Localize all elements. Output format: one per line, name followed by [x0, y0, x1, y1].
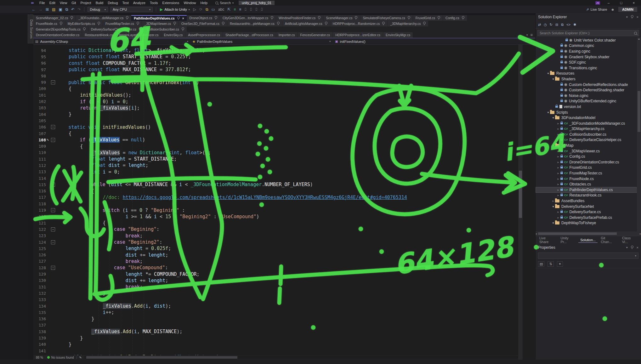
chevron-down-icon[interactable]: ▾ [530, 40, 532, 43]
account-badge[interactable]: JS [595, 1, 600, 5]
live-share-button[interactable]: ⇗ Live Share [586, 8, 607, 12]
document-tab[interactable]: FruxelNode.cs [33, 21, 65, 26]
alphabetical-icon[interactable]: ⇅ [547, 261, 553, 267]
code-line-104[interactable]: 104 } [33, 111, 518, 117]
menu-project[interactable]: Project [78, 1, 93, 5]
menu-tools[interactable]: Tools [148, 1, 160, 5]
pin-icon[interactable] [60, 22, 62, 24]
code-line-132[interactable]: 132 } [33, 290, 518, 296]
outdent-icon[interactable]: ≡ [239, 7, 241, 12]
editor-vertical-scrollbar[interactable] [518, 45, 523, 360]
code-line-133[interactable]: 133 [33, 297, 518, 303]
properties-icon[interactable]: ✱ [573, 23, 576, 27]
pin-icon[interactable] [423, 22, 426, 24]
feedback-person-icon[interactable]: ☻ [611, 8, 615, 11]
menu-analyze[interactable]: Analyze [131, 1, 148, 5]
panel-tab-liveshare[interactable]: Live Share [537, 236, 558, 244]
bookmark-1-icon[interactable]: ⌷ [244, 7, 247, 12]
document-tab[interactable]: ShaderPackage...stProcessor.cs [223, 32, 276, 38]
menu-build[interactable]: Build [94, 1, 105, 5]
split-view-icon[interactable]: ≡ [525, 40, 527, 43]
tree-item[interactable]: Custom-DeferredShading.shader [536, 87, 641, 93]
tree-item[interactable]: ▹C#FruxelMapTester.cs [536, 170, 641, 176]
document-tab[interactable]: PathfinderDepthValues.cs× [131, 15, 186, 21]
tree-item[interactable]: ▹C#DeliverySurface.cs [536, 209, 641, 215]
pin-icon[interactable] [462, 16, 464, 19]
pin-icon[interactable] [408, 16, 410, 19]
tree-item[interactable]: Unlit Vertex Color.shader [536, 37, 641, 43]
document-tab[interactable]: _3DFoundatio...delManager.cs [76, 15, 131, 21]
menu-test[interactable]: Test [120, 1, 131, 5]
spell-check-icon[interactable]: abc [218, 7, 224, 12]
close-icon[interactable]: × [637, 15, 638, 19]
document-tab[interactable]: OneSec3D_FileFormat.cs [179, 21, 227, 26]
breadcrumb-type[interactable]: ▾ ◈ PathfinderDepthValues [184, 40, 232, 43]
navigate-back-icon[interactable]: ← [32, 7, 36, 12]
pending-changes-filter-icon[interactable]: ◷ [544, 23, 547, 27]
code-line-108[interactable]: 108✎− if (_fixValues == null) [33, 137, 518, 143]
tree-item[interactable]: ▹C#RestaurantHook.cs [536, 193, 641, 198]
code-line-127[interactable]: 127 break; [33, 258, 518, 264]
tree-item[interactable]: ▹C#_3DMapHierarchy.cs [536, 126, 641, 132]
code-line-123[interactable]: 123 break; [33, 233, 518, 239]
panel-tab-solution[interactable]: Solution... [578, 237, 598, 243]
undo-icon[interactable]: ↶ [71, 7, 74, 12]
pin-icon[interactable] [318, 16, 320, 19]
menu-view[interactable]: View [58, 1, 70, 5]
document-tab[interactable]: EnviroSky.cs [161, 32, 185, 38]
code-line-122[interactable]: 122− case "Begining": [33, 226, 518, 232]
code-line-107[interactable]: 107 { [33, 130, 518, 137]
pin-icon[interactable] [98, 22, 100, 24]
code-line-114[interactable]: 114 [33, 175, 518, 181]
chevron-down-icon[interactable]: ▾ [626, 15, 628, 19]
tree-item[interactable]: ▾3DMap [536, 143, 641, 148]
code-line-125[interactable]: 125 lenght = 0.025f; [33, 245, 518, 252]
tree-item[interactable]: Custom-DeferredReflections.shade [536, 82, 641, 88]
pin-icon[interactable] [215, 16, 217, 19]
document-tab[interactable]: CollisionSubscriber.cs [144, 26, 187, 32]
document-tab[interactable]: FencesGenerator.cs [298, 32, 333, 38]
pin-icon[interactable] [71, 16, 73, 19]
find-in-files-icon[interactable]: ⧉ [206, 7, 208, 12]
document-tab[interactable]: Generator2ExportMapTools.cs [33, 26, 88, 32]
code-line-119[interactable]: 119− switch (i == 0 ? "Begining" : [33, 207, 518, 213]
document-tab[interactable]: SimulatedFisheyeCamera.cs [360, 15, 412, 21]
minimize-button[interactable]: – [604, 1, 613, 5]
document-tab[interactable]: HDRPPostproce...izerEditor.cs [333, 32, 383, 38]
pin-icon[interactable] [631, 15, 633, 18]
hot-reload-icon[interactable]: ⟳ [199, 7, 202, 12]
code-line-118[interactable]: 118 [33, 201, 518, 207]
bookmark-3-icon[interactable]: ⌷ [255, 7, 258, 12]
document-tab[interactable]: RestaurantHook.cs [82, 32, 115, 38]
code-line-102[interactable]: 102 if (i < 0) i = 0; [33, 98, 518, 105]
tree-item[interactable]: ▾3DFoundationModel [536, 115, 641, 121]
tree-item[interactable]: ▹C#DeliverySurfacePrefab.cs [536, 215, 641, 220]
panel-tab-unitypr[interactable]: Unity Pr... [559, 236, 577, 244]
code-line-106[interactable]: 106− static void initFixedValues() [33, 124, 518, 130]
menu-file[interactable]: File [37, 1, 47, 5]
tree-item[interactable]: ▾DepthMapToFisheye [536, 220, 641, 226]
code-line-134[interactable]: 134 _fixValues.Add(i, dist); [33, 303, 518, 309]
tree-item[interactable]: ▹C#_3DMapViewer.cs [536, 148, 641, 154]
breadcrumb-project[interactable]: ▤ Assembly-CSharp [33, 40, 68, 43]
categorized-icon[interactable]: ▤ [538, 261, 544, 267]
code-line-140[interactable]: 140 } [33, 341, 518, 348]
search-control[interactable]: Search ▾ [215, 1, 234, 5]
debug-config-dropdown[interactable]: Debug▾ [88, 7, 108, 12]
code-line-116[interactable]: 116 { [33, 188, 518, 194]
tree-item[interactable]: ▹C#DeliverySurfaceClassHelper.cs [536, 137, 641, 143]
preview-window-icon[interactable]: ▭ [212, 7, 215, 12]
tree-item[interactable]: ▹C#Obstacles.cs [536, 181, 641, 187]
navigate-forward-icon[interactable]: → [39, 7, 43, 12]
menu-help[interactable]: Help [198, 1, 210, 5]
bookmark-4-icon[interactable]: ⌷ [261, 7, 263, 12]
tree-item[interactable]: UnityGBufferExtended.cginc [536, 99, 641, 104]
document-tab[interactable]: HDRPPostproc...Randomizer.cs [330, 21, 387, 26]
code-line-99[interactable]: 99− public static float GetDistanceForIn… [33, 79, 518, 85]
tree-item[interactable]: ▹AssetBundles [536, 198, 641, 204]
pin-icon[interactable] [182, 27, 184, 30]
close-icon[interactable]: × [637, 246, 638, 249]
platform-dropdown[interactable]: Any CPU▾ [111, 7, 153, 12]
tree-item[interactable]: Gradient Skybox.shader [536, 54, 641, 60]
properties-object-dropdown[interactable]: ▾ [538, 253, 638, 259]
